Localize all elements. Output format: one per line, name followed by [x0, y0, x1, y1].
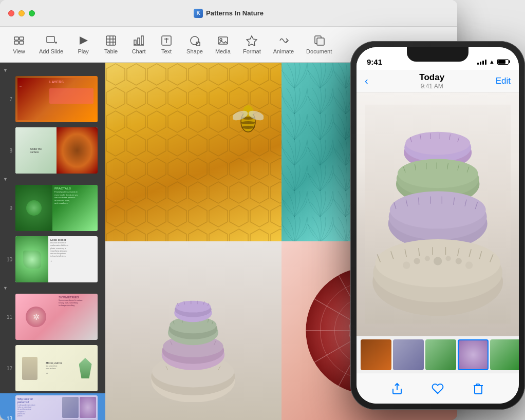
slide-thumb-9: FRACTALS Fractal patterns repeat atevery…	[15, 185, 98, 231]
slide-thumb-12: Mirror, mirror text content heremore tex…	[15, 345, 98, 391]
toolbar-item-add-slide[interactable]: Add Slide	[34, 32, 68, 58]
slide-group-header-11: ▼	[0, 284, 105, 292]
bee-shape	[233, 99, 264, 140]
svg-rect-4	[47, 36, 54, 43]
strip-thumb-5[interactable]	[490, 339, 519, 370]
svg-point-114	[390, 191, 486, 228]
add-slide-label: Add Slide	[39, 48, 63, 54]
svg-rect-8	[106, 36, 116, 45]
toolbar-item-format[interactable]: Format	[238, 32, 266, 58]
svg-rect-0	[14, 37, 18, 40]
slide-group-header-9: ▼	[0, 176, 105, 183]
iphone-thumb-strip	[357, 336, 519, 373]
iphone-notch	[407, 47, 468, 62]
svg-point-20	[191, 36, 199, 45]
slide-7-thumbnail: LAYERS —	[15, 76, 98, 122]
svg-point-142	[465, 261, 473, 269]
slide-item-11[interactable]: 11 ✲ SYMMETRIES Symmetries abound in nat…	[0, 292, 105, 342]
slide-group-7: ▼ 7 LAYERS —	[0, 67, 105, 124]
table-icon	[105, 35, 117, 46]
format-label: Format	[243, 48, 261, 54]
view-label: View	[13, 48, 25, 54]
slide-panel: ▼ 7 LAYERS —	[0, 63, 105, 420]
toolbar-item-shape[interactable]: Shape	[181, 32, 208, 58]
format-icon	[246, 35, 257, 46]
toolbar-item-media[interactable]: Media	[210, 32, 236, 58]
slide-number-12: 12	[4, 366, 12, 371]
slide-number-9: 9	[4, 205, 12, 211]
svg-rect-13	[134, 40, 136, 45]
slide-item-10[interactable]: 10 Look closer Discover all sorts ofmath…	[0, 234, 105, 284]
animate-icon	[278, 35, 289, 46]
svg-point-141	[403, 261, 410, 269]
wifi-icon: ▲	[489, 59, 495, 65]
svg-point-137	[425, 256, 430, 261]
iphone-photo-view	[357, 92, 519, 336]
heart-button[interactable]	[432, 383, 444, 395]
iphone-nav-bar: ‹ Today 9:41 AM Edit	[357, 70, 519, 92]
minimize-button[interactable]	[18, 10, 25, 16]
share-button[interactable]	[391, 383, 403, 395]
svg-point-95	[405, 132, 470, 155]
svg-rect-15	[141, 36, 143, 45]
toolbar-item-text[interactable]: Text	[154, 32, 179, 58]
slide-thumb-7: LAYERS —	[15, 76, 98, 122]
toolbar-item-document[interactable]: Document	[301, 32, 337, 58]
slide-item-8[interactable]: 8 Under thesurface	[0, 125, 105, 176]
slide-item-7[interactable]: 7 LAYERS —	[0, 74, 105, 124]
strip-thumb-4[interactable]	[458, 339, 489, 370]
play-icon	[78, 35, 89, 46]
strip-thumb-3[interactable]	[425, 339, 456, 370]
svg-rect-26	[317, 38, 324, 45]
nav-title-area: Today 9:41 AM	[368, 72, 496, 90]
chart-label: Chart	[132, 48, 146, 54]
toolbar-item-chart[interactable]: Chart	[126, 32, 152, 58]
maximize-button[interactable]	[29, 10, 35, 16]
slide-thumb-10: Look closer Discover all sorts ofmathema…	[15, 236, 98, 282]
signal-bar-3	[482, 61, 484, 65]
toolbar-item-play[interactable]: Play	[70, 32, 96, 58]
shape-icon	[189, 35, 200, 46]
strip-thumb-1[interactable]	[361, 339, 391, 370]
svg-rect-28	[105, 63, 282, 241]
text-icon	[161, 35, 172, 46]
nav-edit-button[interactable]: Edit	[496, 76, 511, 86]
close-button[interactable]	[8, 10, 14, 16]
slide-number-13: 13	[4, 416, 12, 421]
status-icons: ▲	[477, 59, 509, 65]
strip-thumb-2[interactable]	[393, 339, 424, 370]
toolbar-item-table[interactable]: Table	[98, 32, 124, 58]
slide-item-13[interactable]: 13 Why look forpatterns? Looking pattern…	[0, 393, 105, 420]
group-arrow-11: ▼	[3, 285, 8, 291]
signal-bars	[477, 59, 486, 65]
toolbar-item-view[interactable]: View	[6, 32, 32, 58]
svg-marker-24	[247, 36, 257, 46]
iphone-screen: 9:41 ▲ ‹	[357, 47, 519, 404]
svg-rect-1	[20, 37, 24, 40]
trash-button[interactable]	[472, 383, 484, 395]
svg-point-68	[176, 301, 211, 313]
view-icon	[13, 35, 25, 46]
shape-label: Shape	[186, 48, 203, 54]
text-label: Text	[161, 48, 172, 54]
iphone-frame: 9:41 ▲ ‹	[350, 41, 525, 410]
window-controls	[8, 10, 35, 16]
svg-point-23	[220, 39, 222, 41]
nav-back-button[interactable]: ‹	[365, 75, 368, 87]
svg-point-138	[445, 256, 451, 261]
slide-group-header-7: ▼	[0, 67, 105, 74]
svg-marker-7	[80, 36, 88, 45]
status-time: 9:41	[367, 58, 382, 66]
document-label: Document	[306, 48, 332, 54]
document-icon	[313, 35, 325, 46]
svg-rect-2	[14, 41, 18, 44]
toolbar-item-animate[interactable]: Animate	[268, 32, 299, 58]
slide-item-9[interactable]: 9 FRACTALS Fractal patterns repeat ateve…	[0, 183, 105, 233]
signal-bar-4	[485, 60, 486, 65]
share-icon	[391, 383, 403, 395]
back-chevron-icon: ‹	[365, 75, 368, 87]
table-label: Table	[104, 48, 118, 54]
slide-item-12[interactable]: 12 Mirror, mirror text content heremore …	[0, 343, 105, 393]
slide-thumb-8: Under thesurface	[15, 127, 98, 174]
svg-point-139	[414, 258, 420, 264]
